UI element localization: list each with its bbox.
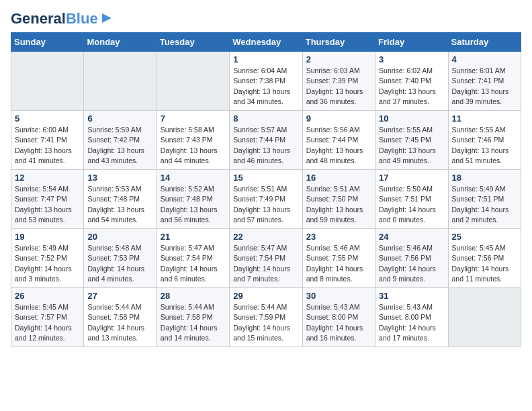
day-info: Sunrise: 5:45 AMSunset: 7:56 PMDaylight:… (452, 243, 517, 284)
day-info: Sunrise: 6:01 AMSunset: 7:41 PMDaylight:… (452, 66, 517, 107)
day-info: Sunrise: 5:47 AMSunset: 7:54 PMDaylight:… (233, 243, 298, 284)
svg-marker-0 (102, 13, 112, 23)
day-info: Sunrise: 5:45 AMSunset: 7:57 PMDaylight:… (15, 302, 80, 343)
day-number: 4 (452, 54, 517, 64)
day-cell: 16Sunrise: 5:51 AMSunset: 7:50 PMDayligh… (302, 170, 375, 229)
day-cell: 9Sunrise: 5:56 AMSunset: 7:44 PMDaylight… (302, 111, 375, 170)
day-cell (157, 52, 229, 111)
day-info: Sunrise: 5:43 AMSunset: 8:00 PMDaylight:… (306, 302, 371, 343)
weekday-monday: Monday (84, 33, 157, 52)
day-info: Sunrise: 5:47 AMSunset: 7:54 PMDaylight:… (161, 243, 226, 284)
day-info: Sunrise: 5:43 AMSunset: 8:00 PMDaylight:… (379, 302, 444, 343)
weekday-thursday: Thursday (302, 33, 375, 52)
day-info: Sunrise: 5:53 AMSunset: 7:48 PMDaylight:… (87, 184, 152, 225)
day-number: 18 (452, 173, 517, 183)
day-cell: 11Sunrise: 5:55 AMSunset: 7:46 PMDayligh… (448, 111, 521, 170)
calendar-table: SundayMondayTuesdayWednesdayThursdayFrid… (11, 32, 521, 347)
day-cell: 6Sunrise: 5:59 AMSunset: 7:42 PMDaylight… (84, 111, 157, 170)
day-number: 21 (161, 232, 226, 242)
day-cell: 23Sunrise: 5:46 AMSunset: 7:55 PMDayligh… (302, 229, 375, 288)
day-info: Sunrise: 6:03 AMSunset: 7:39 PMDaylight:… (306, 66, 371, 107)
day-info: Sunrise: 5:46 AMSunset: 7:56 PMDaylight:… (379, 243, 444, 284)
day-cell: 25Sunrise: 5:45 AMSunset: 7:56 PMDayligh… (448, 229, 521, 288)
day-info: Sunrise: 5:57 AMSunset: 7:44 PMDaylight:… (233, 125, 298, 166)
day-cell: 30Sunrise: 5:43 AMSunset: 8:00 PMDayligh… (302, 288, 375, 347)
day-cell: 8Sunrise: 5:57 AMSunset: 7:44 PMDaylight… (230, 111, 302, 170)
day-info: Sunrise: 5:58 AMSunset: 7:43 PMDaylight:… (161, 125, 226, 166)
day-number: 9 (306, 113, 371, 124)
day-number: 30 (306, 291, 371, 301)
day-number: 11 (452, 113, 517, 124)
day-cell: 17Sunrise: 5:50 AMSunset: 7:51 PMDayligh… (375, 170, 448, 229)
day-number: 19 (15, 232, 80, 242)
day-number: 10 (379, 113, 444, 124)
day-number: 8 (233, 113, 298, 124)
week-row-1: 5Sunrise: 6:00 AMSunset: 7:41 PMDaylight… (11, 111, 521, 170)
calendar-body: 1Sunrise: 6:04 AMSunset: 7:38 PMDaylight… (11, 52, 521, 347)
week-row-4: 26Sunrise: 5:45 AMSunset: 7:57 PMDayligh… (11, 288, 521, 347)
day-number: 26 (15, 291, 80, 301)
day-cell: 28Sunrise: 5:44 AMSunset: 7:58 PMDayligh… (157, 288, 229, 347)
day-number: 28 (161, 291, 226, 301)
day-info: Sunrise: 5:51 AMSunset: 7:49 PMDaylight:… (233, 184, 298, 225)
day-cell: 3Sunrise: 6:02 AMSunset: 7:40 PMDaylight… (375, 52, 448, 111)
day-cell: 29Sunrise: 5:44 AMSunset: 7:59 PMDayligh… (230, 288, 302, 347)
logo: GeneralBlue (11, 11, 114, 27)
day-cell: 2Sunrise: 6:03 AMSunset: 7:39 PMDaylight… (302, 52, 375, 111)
day-info: Sunrise: 5:51 AMSunset: 7:50 PMDaylight:… (306, 184, 371, 225)
day-number: 24 (379, 232, 444, 242)
weekday-friday: Friday (375, 33, 448, 52)
logo-text: GeneralBlue (11, 11, 98, 27)
day-number: 29 (233, 291, 298, 301)
day-cell: 14Sunrise: 5:52 AMSunset: 7:48 PMDayligh… (157, 170, 229, 229)
day-info: Sunrise: 5:56 AMSunset: 7:44 PMDaylight:… (306, 125, 371, 166)
day-cell: 31Sunrise: 5:43 AMSunset: 8:00 PMDayligh… (375, 288, 448, 347)
page-header: GeneralBlue (11, 11, 521, 27)
day-info: Sunrise: 5:52 AMSunset: 7:48 PMDaylight:… (161, 184, 226, 225)
day-cell: 7Sunrise: 5:58 AMSunset: 7:43 PMDaylight… (157, 111, 229, 170)
week-row-3: 19Sunrise: 5:49 AMSunset: 7:52 PMDayligh… (11, 229, 521, 288)
day-info: Sunrise: 5:44 AMSunset: 7:58 PMDaylight:… (161, 302, 226, 343)
day-cell: 18Sunrise: 5:49 AMSunset: 7:51 PMDayligh… (448, 170, 521, 229)
day-info: Sunrise: 5:55 AMSunset: 7:46 PMDaylight:… (452, 125, 517, 166)
day-info: Sunrise: 5:48 AMSunset: 7:53 PMDaylight:… (87, 243, 152, 284)
day-number: 7 (161, 113, 226, 124)
day-cell (11, 52, 84, 111)
weekday-header-row: SundayMondayTuesdayWednesdayThursdayFrid… (11, 33, 521, 52)
day-number: 23 (306, 232, 371, 242)
day-number: 25 (452, 232, 517, 242)
day-info: Sunrise: 6:02 AMSunset: 7:40 PMDaylight:… (379, 66, 444, 107)
day-info: Sunrise: 5:49 AMSunset: 7:51 PMDaylight:… (452, 184, 517, 225)
day-info: Sunrise: 5:44 AMSunset: 7:59 PMDaylight:… (233, 302, 298, 343)
day-number: 17 (379, 173, 444, 183)
day-number: 22 (233, 232, 298, 242)
day-cell: 13Sunrise: 5:53 AMSunset: 7:48 PMDayligh… (84, 170, 157, 229)
day-number: 12 (15, 173, 80, 183)
weekday-wednesday: Wednesday (230, 33, 302, 52)
day-cell: 20Sunrise: 5:48 AMSunset: 7:53 PMDayligh… (84, 229, 157, 288)
day-cell: 22Sunrise: 5:47 AMSunset: 7:54 PMDayligh… (230, 229, 302, 288)
day-info: Sunrise: 5:59 AMSunset: 7:42 PMDaylight:… (87, 125, 152, 166)
day-cell: 26Sunrise: 5:45 AMSunset: 7:57 PMDayligh… (11, 288, 84, 347)
weekday-sunday: Sunday (11, 33, 84, 52)
day-cell: 15Sunrise: 5:51 AMSunset: 7:49 PMDayligh… (230, 170, 302, 229)
day-number: 3 (379, 54, 444, 64)
day-cell: 1Sunrise: 6:04 AMSunset: 7:38 PMDaylight… (230, 52, 302, 111)
day-cell: 24Sunrise: 5:46 AMSunset: 7:56 PMDayligh… (375, 229, 448, 288)
day-number: 15 (233, 173, 298, 183)
week-row-2: 12Sunrise: 5:54 AMSunset: 7:47 PMDayligh… (11, 170, 521, 229)
weekday-saturday: Saturday (448, 33, 521, 52)
day-cell: 19Sunrise: 5:49 AMSunset: 7:52 PMDayligh… (11, 229, 84, 288)
day-number: 20 (87, 232, 152, 242)
day-info: Sunrise: 5:55 AMSunset: 7:45 PMDaylight:… (379, 125, 444, 166)
day-number: 6 (87, 113, 152, 124)
day-info: Sunrise: 6:04 AMSunset: 7:38 PMDaylight:… (233, 66, 298, 107)
day-number: 1 (233, 54, 298, 64)
logo-icon (99, 11, 114, 26)
day-cell: 21Sunrise: 5:47 AMSunset: 7:54 PMDayligh… (157, 229, 229, 288)
day-cell (448, 288, 521, 347)
day-number: 31 (379, 291, 444, 301)
day-number: 2 (306, 54, 371, 64)
day-cell: 4Sunrise: 6:01 AMSunset: 7:41 PMDaylight… (448, 52, 521, 111)
day-info: Sunrise: 5:49 AMSunset: 7:52 PMDaylight:… (15, 243, 80, 284)
